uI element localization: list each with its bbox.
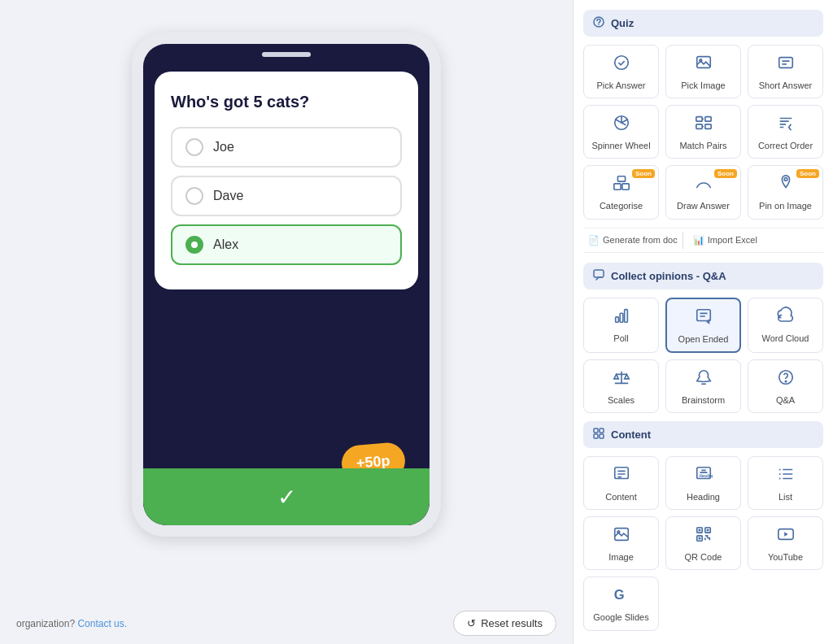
- draw-answer-icon: [695, 174, 713, 196]
- opinions-section-icon: [593, 269, 604, 283]
- content-label: Content: [605, 492, 637, 503]
- heading-icon: Heading: [695, 465, 713, 487]
- svg-rect-38: [706, 529, 709, 532]
- tool-spinner-wheel[interactable]: Spinner Wheel: [583, 105, 659, 159]
- quiz-section-title: Quiz: [611, 17, 634, 29]
- answer-dave[interactable]: Dave: [171, 176, 402, 216]
- heading-label: Heading: [687, 492, 720, 503]
- phone-mockup: Who's got 5 cats? Joe Dave Alex +50p ✓: [132, 33, 441, 537]
- tool-scales[interactable]: Scales: [583, 359, 659, 413]
- tool-match-pairs[interactable]: Match Pairs: [665, 105, 741, 159]
- pick-answer-label: Pick Answer: [597, 80, 646, 91]
- google-slides-label: Google Slides: [593, 612, 649, 623]
- doc-icon: 📄: [588, 235, 600, 246]
- tool-heading[interactable]: Heading Heading: [665, 456, 741, 510]
- tool-pin-on-image[interactable]: Soon Pin on Image: [748, 165, 823, 219]
- left-panel: Who's got 5 cats? Joe Dave Alex +50p ✓: [0, 0, 573, 644]
- contact-link[interactable]: Contact us.: [77, 618, 127, 629]
- radio-dave: [185, 187, 203, 205]
- word-cloud-icon: [777, 307, 795, 329]
- word-cloud-label: Word Cloud: [762, 333, 809, 344]
- draw-answer-label: Draw Answer: [677, 201, 730, 211]
- svg-point-31: [778, 478, 780, 480]
- svg-rect-7: [696, 117, 701, 122]
- correct-order-label: Correct Order: [758, 141, 813, 151]
- poll-icon: [613, 307, 630, 329]
- tool-brainstorm[interactable]: Brainstorm: [665, 359, 741, 413]
- tool-content[interactable]: Content: [583, 456, 659, 510]
- brainstorm-icon: [695, 368, 713, 390]
- svg-point-1: [598, 24, 600, 26]
- tool-open-ended[interactable]: Open Ended: [665, 298, 741, 353]
- tool-poll[interactable]: Poll: [583, 298, 659, 353]
- pick-image-icon: [695, 54, 713, 76]
- svg-rect-8: [704, 117, 710, 122]
- svg-rect-18: [624, 309, 627, 322]
- svg-point-21: [785, 381, 786, 381]
- radio-alex: [185, 236, 203, 254]
- tool-pick-answer[interactable]: Pick Answer: [583, 45, 659, 98]
- pick-image-label: Pick Image: [681, 80, 725, 91]
- pick-answer-icon: [613, 54, 630, 76]
- svg-rect-16: [615, 316, 618, 321]
- content-tools-grid: Content Heading Heading List Image: [583, 456, 823, 631]
- tool-image[interactable]: Image: [583, 516, 659, 570]
- generate-doc-link[interactable]: 📄 Generate from doc: [583, 232, 683, 249]
- radio-joe: [185, 138, 203, 156]
- svg-point-2: [614, 56, 628, 70]
- draw-answer-soon-badge: Soon: [714, 169, 737, 178]
- tool-google-slides[interactable]: G Google Slides: [583, 577, 659, 630]
- youtube-label: YouTube: [768, 552, 803, 563]
- answer-joe[interactable]: Joe: [171, 127, 402, 168]
- reset-button[interactable]: ↺ Reset results: [453, 611, 556, 636]
- svg-text:G: G: [613, 587, 624, 602]
- google-slides-icon: G: [613, 585, 630, 607]
- svg-rect-11: [613, 184, 620, 189]
- tool-qr-code[interactable]: QR Code: [665, 516, 741, 570]
- svg-rect-5: [778, 58, 792, 68]
- tool-correct-order[interactable]: Correct Order: [748, 105, 823, 159]
- match-pairs-icon: [695, 114, 713, 136]
- opinions-section-header: Collect opinions - Q&A: [583, 263, 823, 289]
- svg-rect-12: [621, 184, 628, 189]
- actions-row: 📄 Generate from doc 📊 Import Excel: [583, 228, 823, 253]
- tool-draw-answer[interactable]: Soon Draw Answer: [665, 165, 741, 219]
- svg-point-29: [778, 469, 780, 471]
- image-icon: [613, 525, 630, 547]
- answer-alex[interactable]: Alex: [171, 224, 402, 265]
- brainstorm-label: Brainstorm: [682, 395, 725, 406]
- tool-word-cloud[interactable]: Word Cloud: [748, 298, 823, 353]
- pin-on-image-soon-badge: Soon: [796, 169, 819, 178]
- svg-rect-10: [704, 124, 710, 129]
- quiz-section-icon: [593, 16, 604, 30]
- right-panel: Quiz Pick Answer Pick Image Short Answer: [573, 0, 833, 644]
- tool-pick-image[interactable]: Pick Image: [665, 45, 741, 98]
- quiz-section-header: Quiz: [583, 10, 823, 37]
- tool-youtube[interactable]: YouTube: [748, 516, 823, 570]
- qr-code-label: QR Code: [685, 552, 722, 563]
- content-section-icon: [593, 428, 604, 442]
- tool-categorise[interactable]: Soon Categorise: [583, 165, 659, 219]
- svg-rect-37: [698, 529, 700, 532]
- youtube-icon: [777, 525, 795, 547]
- categorise-icon: [613, 174, 630, 196]
- bottom-bar: organization? Contact us. ↺ Reset result…: [16, 611, 556, 636]
- reset-icon: ↺: [467, 617, 476, 629]
- content-section-header: Content: [583, 421, 823, 448]
- tool-list[interactable]: List: [748, 456, 823, 510]
- tool-qna[interactable]: Q&A: [748, 359, 823, 413]
- import-excel-link[interactable]: 📊 Import Excel: [688, 232, 762, 249]
- categorise-label: Categorise: [600, 201, 643, 211]
- image-label: Image: [608, 552, 634, 563]
- check-icon: ✓: [277, 484, 296, 511]
- quiz-card: Who's got 5 cats? Joe Dave Alex: [155, 72, 418, 289]
- svg-rect-25: [600, 434, 604, 438]
- phone-notch: [262, 52, 311, 57]
- svg-rect-17: [620, 313, 623, 322]
- tool-short-answer[interactable]: Short Answer: [748, 45, 823, 98]
- svg-rect-39: [698, 537, 700, 540]
- open-ended-label: Open Ended: [678, 334, 729, 345]
- categorise-soon-badge: Soon: [632, 169, 655, 178]
- content-section-title: Content: [611, 429, 651, 441]
- phone-footer: ✓: [143, 468, 430, 525]
